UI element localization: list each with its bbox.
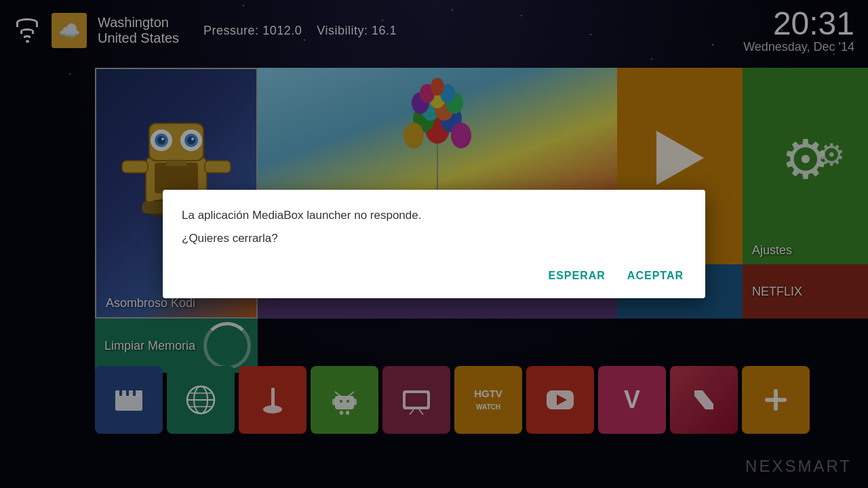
dialog: La aplicación MediaBox launcher no respo… (163, 190, 705, 298)
esperar-button[interactable]: ESPERAR (545, 264, 608, 287)
aceptar-button[interactable]: ACEPTAR (625, 264, 686, 287)
dialog-question: ¿Quieres cerrarla? (182, 232, 686, 245)
dialog-message: La aplicación MediaBox launcher no respo… (182, 209, 686, 222)
dialog-buttons: ESPERAR ACEPTAR (182, 264, 686, 287)
dialog-overlay: La aplicación MediaBox launcher no respo… (0, 0, 868, 488)
